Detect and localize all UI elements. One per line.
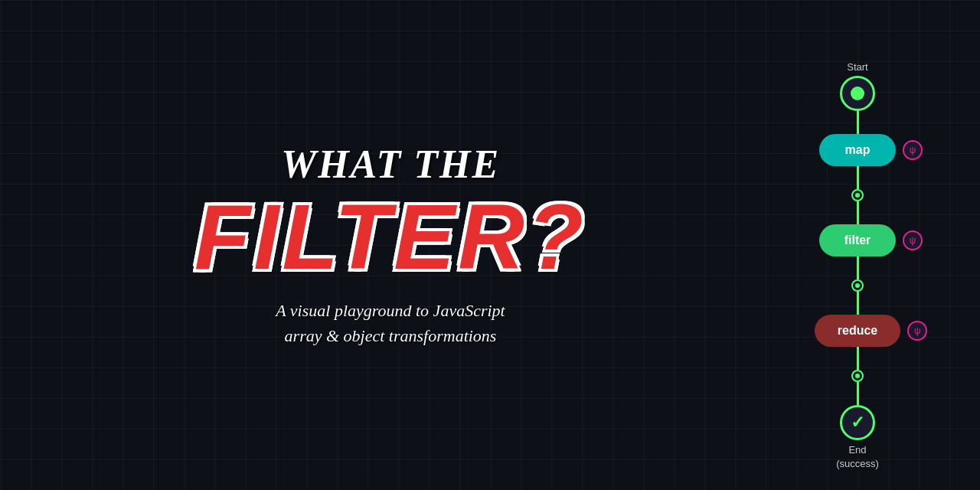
start-label: Start [847,61,867,73]
connector-1 [857,111,859,134]
reduce-node[interactable]: reduce [815,315,900,347]
connector-7 [857,382,859,405]
hero-section: WHAT THE FILTER? A visual playground to … [0,0,781,490]
map-side-icon[interactable]: ψ [903,140,923,160]
filter-row: filter ψ [819,224,896,256]
connector-3 [857,201,859,224]
mid-dot-2 [851,279,864,292]
checkmark-icon: ✓ [851,413,864,433]
connector-6 [857,347,859,370]
connector-5 [857,292,859,315]
reduce-row: reduce ψ [815,315,900,347]
filter-node[interactable]: filter [819,224,896,256]
map-node[interactable]: map [819,134,896,166]
connector-4 [857,256,859,279]
flowchart-section: Start map ψ filte [781,0,934,490]
flow-container: Start map ψ filte [815,61,900,471]
filter-text: FILTER? [194,191,586,283]
mid-dot-3 [851,370,864,382]
subtitle: A visual playground to JavaScript array … [194,298,586,348]
what-the-text: WHAT THE [194,142,586,187]
filter-side-icon[interactable]: ψ [903,230,923,250]
start-node-inner [851,87,864,100]
end-node: ✓ [840,405,875,440]
start-node [840,76,875,111]
title-container: WHAT THE FILTER? A visual playground to … [194,142,586,348]
end-label: End (success) [836,443,879,471]
reduce-side-icon[interactable]: ψ [907,321,927,341]
mid-dot-1 [851,189,864,201]
connector-2 [857,166,859,189]
map-row: map ψ [819,134,896,166]
